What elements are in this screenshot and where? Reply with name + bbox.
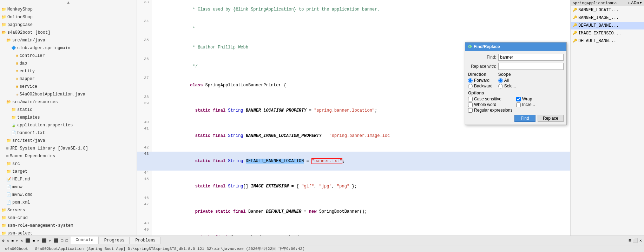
sidebar-item-templates[interactable]: 📁 templates [0, 114, 137, 121]
sidebar-item-ssm-crud[interactable]: 📁 ssm-crud [0, 214, 137, 222]
tab-bar-icons: ⚙ ✕ ■ ▸ ✕ ⬛ ■ ▸ ⬛ ▸ ⬛ □ □ [2, 238, 68, 243]
whole-word-checkbox[interactable] [468, 102, 473, 107]
find-input[interactable] [498, 54, 564, 61]
line-number: 45 [137, 177, 152, 196]
folder-icon: 📁 [1, 223, 6, 229]
case-sensitive-check[interactable]: Case sensitive [468, 97, 515, 101]
expand-icon[interactable]: ⊞ [637, 1, 639, 5]
sidebar-item-banner-txt[interactable]: 📄 banner1.txt [0, 129, 137, 137]
sidebar-item-onlineshop[interactable]: 📁 OnlineShop [0, 13, 137, 21]
backward-radio[interactable]: Backward [468, 84, 493, 88]
sidebar-item-controller[interactable]: ⊞ controller [0, 52, 137, 60]
dialog-title-text: Find/Replace [474, 44, 500, 49]
wrap-check[interactable]: Wrap [516, 97, 564, 101]
structure-item-default-banner2[interactable]: 🔑 DEFAULT_BANN... [571, 37, 644, 45]
sidebar-item-ssm-select[interactable]: 📁 ssm-select [0, 230, 137, 236]
selected-radio[interactable]: Sele... [498, 84, 516, 88]
sidebar-item-maven[interactable]: ⊞ Maven Dependencies [0, 152, 137, 160]
table-row: 45 static final String[] IMAGE_EXTENSION… [137, 177, 570, 196]
whole-word-check[interactable]: Whole word [468, 102, 515, 107]
sidebar-item-jre[interactable]: ⊞ JRE System Library [JavaSE-1.8] [0, 145, 137, 152]
progress-tab[interactable]: Progress [99, 237, 130, 244]
sidebar-item-pagingcase[interactable]: 📁 pagingcase [0, 21, 137, 29]
all-radio-input[interactable] [498, 78, 503, 83]
sort-alpha-icon[interactable]: AZ [631, 1, 636, 5]
line-number: 39 [137, 101, 152, 120]
code-content [152, 221, 570, 227]
sidebar-item-static[interactable]: 📁 static [0, 106, 137, 114]
sidebar-item-servers[interactable]: 📁 Servers [0, 206, 137, 214]
code-content: static final String[] IMAGE_EXTENSION = … [152, 177, 570, 196]
sidebar-item-service[interactable]: ⊞ service [0, 83, 137, 91]
structure-item-banner-image[interactable]: 🔑 BANNER_IMAGE_... [571, 14, 644, 22]
sidebar-item-target[interactable]: 📁 target [0, 168, 137, 175]
incremental-check[interactable]: Incre... [516, 102, 564, 107]
sidebar-item-src-main-resources[interactable]: 📂 src/main/resources [0, 98, 137, 106]
folder-icon: 📁 [1, 215, 6, 221]
find-button[interactable]: Find [514, 115, 535, 122]
sidebar-item-application-properties[interactable]: 🍃 application.properties [0, 121, 137, 129]
structure-item-image-extension[interactable]: 🔑 IMAGE_EXTENSIO... [571, 29, 644, 37]
structure-panel: SpringApplicationBa ↻ AZ ⊞ ▼ 🔑 BANNER_LO… [570, 0, 644, 236]
find-replace-dialog: ⟳ Find/Replace Find: Replace with: Direc… [465, 42, 567, 125]
forward-radio-input[interactable] [468, 78, 473, 83]
sidebar-item-pom-xml[interactable]: 📄 pom.xml [0, 199, 137, 206]
field-icon: 🔑 [573, 38, 577, 44]
sidebar-item-mvnw[interactable]: 📄 mvnw [0, 183, 137, 191]
file-icon: 📄 [6, 192, 11, 198]
table-row: 49 private final ResourceLoader resource… [137, 227, 570, 236]
xml-file-icon: 📄 [6, 199, 11, 206]
editor-area: 33 * Class used by {@link SpringApplicat… [137, 0, 570, 236]
sync-icon[interactable]: ↻ [628, 1, 631, 5]
structure-panel-title: SpringApplicationBa [573, 1, 617, 5]
backward-radio-input[interactable] [468, 84, 473, 88]
maximize-icon[interactable]: ⬜ [633, 238, 638, 243]
wrap-checkbox[interactable] [516, 97, 521, 101]
forward-radio[interactable]: Forward [468, 78, 493, 83]
code-content: private final ResourceLoader resourceLoa… [152, 227, 570, 236]
code-content [152, 171, 570, 177]
sidebar-item-help-md[interactable]: 📝 HELP.md [0, 175, 137, 183]
sidebar-item-dao[interactable]: ⊞ dao [0, 60, 137, 67]
sidebar-item-entity[interactable]: ⊞ entity [0, 67, 137, 75]
sidebar-item-src[interactable]: 📁 src [0, 160, 137, 168]
problems-tab[interactable]: Problems [130, 237, 161, 244]
regex-checkbox[interactable] [468, 108, 473, 113]
sidebar-item-application-java[interactable]: ☕ S4a002bootApplication.java [0, 91, 137, 98]
field-icon: 🔑 [573, 15, 577, 21]
sidebar-scroll-up[interactable]: ▲ [0, 0, 137, 6]
sidebar-item-src-test-java[interactable]: 📁 src/test/java [0, 137, 137, 145]
line-number: 34 [137, 19, 152, 38]
table-row: 34 * [137, 19, 570, 38]
terminal-icon[interactable]: ⊟ [629, 238, 631, 243]
incremental-checkbox[interactable] [516, 102, 521, 107]
sidebar-item-ssm-role[interactable]: 📁 ssm-role-management-system [0, 222, 137, 230]
line-number: 41 [137, 126, 152, 145]
sidebar-item-mapper[interactable]: ⊞ mapper [0, 75, 137, 83]
case-sensitive-checkbox[interactable] [468, 97, 473, 101]
sidebar-item-s4a002boot[interactable]: 📂 s4a002boot [boot] [0, 29, 137, 37]
sidebar-item-mvnw-cmd[interactable]: 📄 mvnw.cmd [0, 191, 137, 199]
replace-button[interactable]: Replace [538, 115, 564, 122]
line-number: 43 [137, 152, 152, 171]
folder-icon: 📁 [6, 168, 11, 175]
sidebar-item-package[interactable]: 🔷 club.adger.springmain [0, 44, 137, 52]
structure-item-default-banner[interactable]: 🔑 DEFAULT_BANNE... [571, 22, 644, 29]
console-tab[interactable]: Console [71, 237, 98, 244]
properties-file-icon: 🍃 [11, 122, 16, 128]
field-icon: 🔑 [573, 7, 577, 13]
sidebar-item-monkeyshop[interactable]: 📁 MonkeyShop [0, 6, 137, 13]
status-text: s4a002boot - S4a002bootApplication [Spri… [5, 247, 305, 251]
md-file-icon: 📝 [6, 176, 11, 183]
regex-check[interactable]: Regular expressions [468, 108, 564, 113]
folder-open-icon: 📂 [6, 99, 11, 105]
sidebar-item-src-main-java[interactable]: 📂 src/main/java [0, 37, 137, 44]
table-row: 48 [137, 221, 570, 227]
options-label: Options [468, 91, 564, 95]
all-radio[interactable]: All [498, 78, 516, 83]
replace-input[interactable] [498, 63, 564, 70]
close-icon[interactable]: ✕ [639, 238, 642, 243]
settings-icon[interactable]: ▼ [639, 1, 642, 5]
selected-radio-input[interactable] [498, 84, 503, 88]
structure-item-banner-location[interactable]: 🔑 BANNER_LOCATI... [571, 6, 644, 14]
